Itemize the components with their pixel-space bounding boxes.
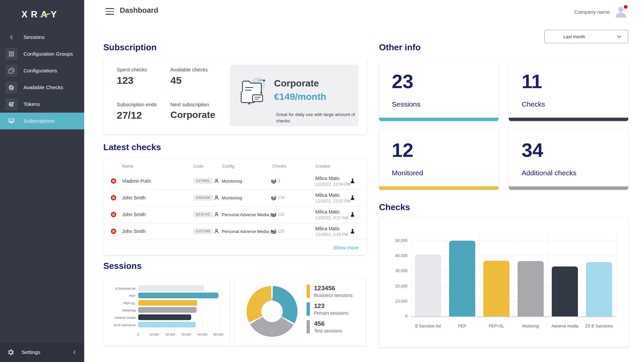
sidebar: X R A Y Sessions (0, 0, 84, 362)
svg-text:T: T (10, 103, 12, 106)
table-row[interactable]: Vladimir Putin 2VTM0L Monitoring 3 Milic… (103, 173, 367, 189)
col-code: Code (193, 164, 203, 169)
sidebar-item-tokens[interactable]: T Tokens (0, 96, 84, 113)
chart-bar (138, 285, 204, 291)
chevron-left-icon (5, 31, 17, 43)
gridline (138, 284, 139, 328)
page-title: Dashboard (120, 6, 158, 15)
track-changes-icon (271, 178, 276, 184)
category-label: ZS B Sanctions (585, 324, 613, 328)
chart-bar (138, 307, 197, 313)
sidebar-nav: Sessions Configuration Groups Configurat… (0, 29, 84, 129)
category-label: PEP+SL (489, 324, 504, 328)
flask-icon[interactable] (350, 195, 355, 200)
show-more-link[interactable]: Show more (333, 245, 359, 250)
gridline (479, 232, 480, 316)
chart-bar (138, 314, 191, 320)
created-cell: Milica Matic 12/20/22, 9:27 AM (315, 209, 348, 220)
subscription-heading: Subscription (103, 42, 367, 53)
created-cell: Milica Matic 12/20/22, 12:04 PM (315, 175, 351, 187)
y-tick-label: 20,000 (390, 284, 408, 289)
sidebar-item-available-checks[interactable]: Available Checks (0, 79, 84, 96)
table-row[interactable]: John Smith VJPJN0 Personal Adverse Media… (103, 223, 367, 240)
gridline (616, 232, 616, 316)
check-code-chip: QX374I (193, 212, 213, 218)
plan-description: Great for daily use with large amount of… (276, 112, 355, 124)
gridline (445, 232, 445, 316)
check-config: Monitoring (214, 195, 242, 200)
avatar[interactable] (614, 5, 627, 18)
collapse-chevron-icon[interactable] (72, 350, 77, 355)
chart-bar (483, 261, 509, 316)
accent-bar (509, 186, 628, 190)
plan-card: Corporate €149/month Great for daily use… (230, 65, 359, 126)
category-label: PEP+SL (103, 301, 136, 305)
check-code-chip: VJPJN0 (193, 228, 213, 234)
person-icon (214, 179, 219, 184)
track-changes-icon (271, 195, 276, 200)
legend-swatch (307, 302, 310, 316)
period-select[interactable]: Last month (544, 30, 628, 43)
status-cancel-icon (111, 212, 116, 218)
stat-available-checks: Available checks 45 (170, 67, 208, 86)
chart-bar (138, 322, 196, 327)
chart-bar (138, 300, 197, 306)
sidebar-item-settings[interactable]: Settings (0, 343, 84, 362)
gear-icon (7, 349, 14, 356)
y-tick-label: 40,000 (390, 253, 408, 258)
flask-icon[interactable] (350, 229, 355, 234)
logo-swoosh-icon (39, 12, 52, 18)
legend-item: 123Person sessions (307, 302, 353, 316)
sidebar-item-sessions[interactable]: Sessions (0, 29, 84, 46)
legend-swatch (307, 320, 310, 334)
main-content: Last month Subscription Spent checks 123… (84, 23, 644, 362)
flask-icon[interactable] (350, 212, 355, 217)
category-label: Adverse media (551, 324, 578, 328)
x-tick-label: 0 (137, 333, 139, 336)
table-row[interactable]: John Smith QX374I Personal Adverse Media… (103, 206, 367, 223)
y-tick-label: 50,000 (390, 238, 408, 243)
x-tick-label: 10,000 (149, 333, 159, 336)
check-name: Vladimir Putin (122, 178, 151, 184)
y-tick-label: 30,000 (390, 268, 408, 273)
category-label: PEP (103, 294, 136, 298)
logo-letter: Y (51, 9, 57, 20)
sidebar-item-label: Subscriptions (23, 118, 55, 124)
legend-item: 456Test sessions (307, 320, 353, 334)
sessions-bar-chart: 010,00020,00030,00040,00050,000B Sanctio… (103, 277, 230, 346)
gridline (218, 284, 219, 328)
hamburger-menu-icon[interactable] (106, 8, 114, 15)
sidebar-item-label: Available Checks (23, 84, 63, 90)
sidebar-item-configurations[interactable]: Configurations (0, 62, 84, 79)
layers-icon (5, 65, 17, 77)
check-name: John Smith (122, 195, 146, 200)
check-count: 115 (271, 229, 284, 234)
status-cancel-icon (111, 195, 116, 201)
sidebar-item-subscriptions[interactable]: Subscriptions (0, 113, 84, 129)
category-label: B Sanction list (415, 324, 441, 328)
category-label: ZS B Sanctions (103, 323, 136, 327)
gridline (548, 232, 548, 316)
sidebar-item-configuration-groups[interactable]: Configuration Groups (0, 46, 84, 62)
account-area[interactable]: Company name (574, 5, 627, 18)
category-label: PEP (458, 324, 466, 328)
col-config: Config (222, 164, 234, 169)
table-row[interactable]: John Smith Z0D19A Monitoring 174 Milica … (103, 189, 367, 206)
sessions-donut-chart: 123456Business sessions 123Person sessio… (234, 277, 366, 346)
check-count: 3 (271, 178, 280, 184)
info-cards: 23 Sessions 11 Checks 12 Monitored 34 Ad… (379, 61, 628, 190)
x-tick-label: 20,000 (165, 333, 175, 336)
logo-letter-a: A (41, 9, 48, 20)
stat-spent-checks: Spent checks 123 (117, 67, 147, 86)
info-card-checks: 11 Checks (509, 61, 628, 121)
category-label: Moitoring (522, 324, 539, 328)
flask-icon[interactable] (350, 179, 355, 184)
accent-bar (379, 118, 498, 121)
donut (247, 286, 298, 337)
person-icon (214, 195, 219, 200)
accent-bar (379, 186, 498, 190)
legend-item: 123456Business sessions (307, 285, 353, 298)
status-cancel-icon (111, 229, 116, 234)
table-footer: Show more (103, 240, 367, 255)
y-tick-label: 0 (390, 314, 408, 319)
